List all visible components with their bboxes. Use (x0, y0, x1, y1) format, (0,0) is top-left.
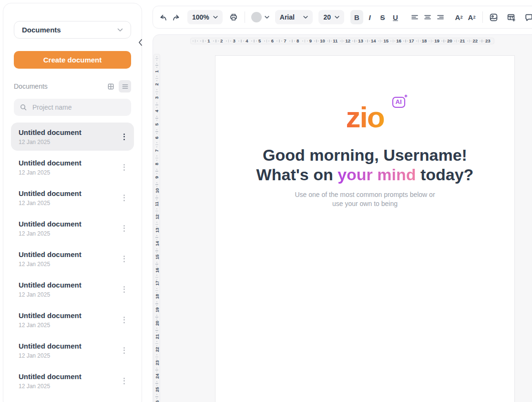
sidebar: Documents Create document Documents Unti… (3, 3, 142, 402)
document-list: Untitled document 12 Jan 2025 Untitled d… (11, 123, 134, 395)
ruler-unit: 6 (262, 39, 275, 43)
subtext-line1: Use one of the most common prompts below… (295, 191, 435, 198)
align-right-icon (436, 13, 445, 21)
sparkle-icon: ✦ (404, 93, 408, 99)
ruler-unit: 14 (154, 234, 160, 247)
ruler-unit: 13 (351, 39, 364, 43)
search-input[interactable] (31, 103, 125, 112)
align-center-icon (423, 13, 432, 21)
ruler-unit: 1 (155, 62, 158, 75)
chevron-down-icon (213, 16, 218, 19)
grid-view-button[interactable] (104, 80, 117, 93)
document-title: Untitled document (19, 128, 119, 136)
greeting-line2-suffix: today? (416, 165, 473, 184)
kebab-menu-icon[interactable] (119, 192, 129, 204)
underline-button[interactable]: U (389, 10, 402, 24)
bold-button[interactable]: B (350, 10, 363, 24)
ruler-unit: 19 (154, 300, 160, 313)
superscript-button[interactable]: A2 (452, 10, 465, 24)
ruler-unit: 15 (377, 39, 390, 43)
list-item[interactable]: Untitled document 12 Jan 2025 (11, 336, 134, 364)
subscript-button[interactable]: A2 (465, 10, 478, 24)
align-left-button[interactable] (408, 10, 421, 24)
documents-section-label: Documents (14, 82, 102, 90)
kebab-menu-icon[interactable] (119, 375, 129, 387)
ruler-unit: 5 (250, 39, 263, 43)
list-item[interactable]: Untitled document 12 Jan 2025 (11, 184, 134, 212)
ruler-unit: 17 (402, 39, 415, 43)
ruler-unit: 18 (415, 39, 428, 43)
document-title: Untitled document (19, 189, 119, 197)
insert-table-button[interactable] (505, 10, 518, 24)
list-item[interactable]: Untitled document 12 Jan 2025 (11, 214, 134, 242)
kebab-menu-icon[interactable] (119, 253, 129, 265)
kebab-menu-icon[interactable] (119, 314, 129, 326)
ruler-unit (192, 40, 199, 42)
list-item[interactable]: Untitled document 12 Jan 2025 (11, 275, 134, 303)
document-title: Untitled document (19, 281, 119, 289)
ruler-unit: 15 (154, 247, 160, 260)
kebab-menu-icon[interactable] (119, 284, 129, 295)
document-date: 12 Jan 2025 (19, 139, 119, 145)
ruler-unit: 25 (154, 380, 160, 393)
comment-button[interactable] (522, 10, 532, 24)
document-page[interactable]: zio AI ✦ Good morning, Username! What's … (215, 55, 515, 402)
ruler-unit: 23 (479, 39, 491, 43)
kebab-menu-icon[interactable] (119, 345, 129, 356)
ruler-unit: 10 (154, 181, 160, 194)
kebab-menu-icon[interactable] (119, 131, 129, 143)
sidebar-collapse-button[interactable] (137, 38, 143, 47)
align-right-button[interactable] (434, 10, 447, 24)
ruler-unit: 7 (155, 141, 158, 155)
list-item[interactable]: Untitled document 12 Jan 2025 (11, 367, 134, 395)
horizontal-ruler[interactable]: 1234567891011121314151617181920212223 (190, 38, 494, 44)
create-document-button[interactable]: Create document (14, 51, 131, 69)
document-title: Untitled document (19, 311, 119, 320)
greeting-subtext: Use one of the most common prompts below… (215, 190, 514, 209)
document-type-dropdown[interactable]: Documents (14, 21, 131, 39)
text-color-picker[interactable] (249, 12, 271, 22)
ruler-unit: 21 (453, 39, 466, 43)
ruler-unit: 22 (154, 340, 160, 353)
ruler-unit: 20 (440, 39, 453, 43)
vertical-ruler[interactable]: 1234567891011121314151617181920212223242… (153, 54, 160, 402)
zoom-level-select[interactable]: 100% (187, 10, 223, 24)
list-item[interactable]: Untitled document 12 Jan 2025 (11, 245, 134, 273)
search-icon (20, 103, 27, 111)
list-icon (122, 83, 129, 90)
align-center-button[interactable] (421, 10, 434, 24)
ruler-unit: 6 (155, 128, 158, 141)
list-item[interactable]: Untitled document 12 Jan 2025 (11, 306, 134, 334)
greeting-heading: Good morning, Username! What's on your m… (215, 145, 514, 185)
list-item[interactable]: Untitled document 12 Jan 2025 (11, 123, 134, 151)
ruler-unit: 26 (154, 393, 160, 402)
ruler-unit: 22 (466, 39, 479, 43)
image-icon (489, 13, 498, 22)
kebab-menu-icon[interactable] (119, 162, 129, 173)
ruler-unit: 23 (154, 353, 160, 367)
print-button[interactable] (227, 10, 240, 24)
italic-button[interactable]: I (363, 10, 376, 24)
redo-button[interactable] (170, 10, 183, 24)
greeting-line2-prefix: What's on (256, 165, 338, 184)
insert-image-button[interactable] (487, 10, 500, 24)
documents-list-header: Documents (14, 80, 131, 93)
search-box (14, 99, 131, 116)
document-date: 12 Jan 2025 (19, 291, 119, 298)
undo-button[interactable] (157, 10, 170, 24)
kebab-menu-icon[interactable] (119, 223, 129, 234)
zoom-level-value: 100% (192, 13, 209, 21)
ruler-unit: 4 (237, 39, 250, 43)
ruler-unit: 9 (155, 167, 158, 181)
ruler-unit: 7 (275, 39, 288, 43)
strikethrough-button[interactable]: S (376, 10, 389, 24)
ruler-unit: 9 (301, 39, 314, 43)
font-size-select[interactable]: 20 (318, 10, 344, 24)
font-family-select[interactable]: Arial (275, 10, 313, 24)
ruler-unit: 8 (288, 39, 301, 43)
list-item[interactable]: Untitled document 12 Jan 2025 (11, 153, 134, 181)
document-title: Untitled document (19, 220, 119, 228)
document-date: 12 Jan 2025 (19, 383, 119, 390)
list-view-button[interactable] (119, 80, 131, 93)
document-date: 12 Jan 2025 (19, 322, 119, 329)
